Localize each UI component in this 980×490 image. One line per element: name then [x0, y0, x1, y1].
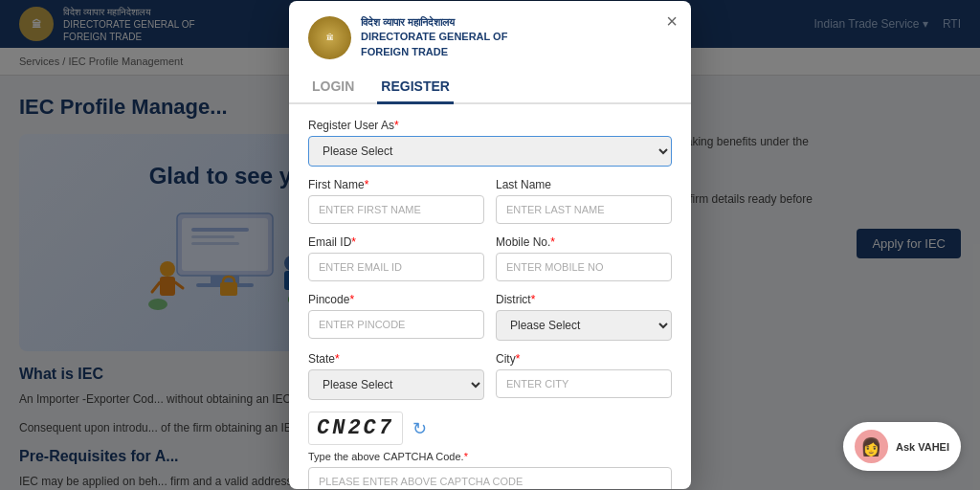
city-group: City*	[496, 352, 672, 400]
state-group: State* Please Select	[308, 352, 484, 400]
register-user-as-group: Register User As* Please Select	[308, 119, 672, 167]
last-name-input[interactable]	[496, 195, 672, 224]
register-modal: × 🏛 विदेश व्यापार महानिदेशालय DIRECTORAT…	[289, 1, 691, 489]
captcha-row: CN2C7 ↻	[308, 412, 672, 445]
modal-header: 🏛 विदेश व्यापार महानिदेशालय DIRECTORATE …	[289, 1, 691, 104]
mobile-input[interactable]	[496, 253, 672, 281]
district-select[interactable]: Please Select	[496, 310, 672, 341]
tab-register[interactable]: REGISTER	[377, 71, 454, 104]
modal-tabs: LOGIN REGISTER	[289, 71, 691, 104]
ask-vahei-widget[interactable]: 👩 Ask VAHEI	[843, 422, 961, 471]
close-button[interactable]: ×	[666, 11, 678, 33]
captcha-input[interactable]	[308, 467, 672, 489]
pincode-input[interactable]	[308, 310, 484, 339]
tab-login[interactable]: LOGIN	[308, 71, 358, 104]
city-input[interactable]	[496, 369, 672, 398]
email-group: Email ID*	[308, 235, 484, 281]
ask-vahei-label: Ask VAHEI	[896, 441, 949, 453]
city-label: City*	[496, 352, 672, 366]
register-user-select[interactable]: Please Select	[308, 136, 672, 167]
vahei-avatar: 👩	[855, 430, 888, 463]
captcha-label: Type the above CAPTCHA Code.*	[308, 451, 672, 462]
modal-logo-text: विदेश व्यापार महानिदेशालय DIRECTORATE GE…	[361, 15, 507, 59]
state-select[interactable]: Please Select	[308, 369, 484, 400]
email-label: Email ID*	[308, 235, 484, 249]
email-input[interactable]	[308, 253, 484, 281]
mobile-label: Mobile No.*	[496, 235, 672, 249]
email-mobile-row: Email ID* Mobile No.*	[308, 235, 672, 281]
last-name-group: Last Name	[496, 178, 672, 224]
name-row: First Name* Last Name	[308, 178, 672, 224]
captcha-input-group	[308, 467, 672, 489]
first-name-label: First Name*	[308, 178, 484, 191]
modal-overlay: × 🏛 विदेश व्यापार महानिदेशालय DIRECTORAT…	[0, 0, 980, 490]
pincode-label: Pincode*	[308, 293, 484, 306]
mobile-group: Mobile No.*	[496, 235, 672, 281]
first-name-group: First Name*	[308, 178, 484, 224]
pincode-district-row: Pincode* District* Please Select	[308, 293, 672, 341]
captcha-refresh-icon[interactable]: ↻	[412, 418, 427, 439]
first-name-input[interactable]	[308, 195, 484, 224]
modal-logo-row: 🏛 विदेश व्यापार महानिदेशालय DIRECTORATE …	[308, 15, 672, 59]
modal-body: Register User As* Please Select First Na…	[289, 104, 691, 489]
register-user-label: Register User As*	[308, 119, 672, 132]
district-group: District* Please Select	[496, 293, 672, 341]
state-label: State*	[308, 352, 484, 366]
captcha-image: CN2C7	[308, 412, 403, 445]
last-name-label: Last Name	[496, 178, 672, 191]
district-label: District*	[496, 293, 672, 306]
modal-logo: 🏛	[308, 16, 351, 59]
pincode-group: Pincode*	[308, 293, 484, 341]
state-city-row: State* Please Select City*	[308, 352, 672, 400]
